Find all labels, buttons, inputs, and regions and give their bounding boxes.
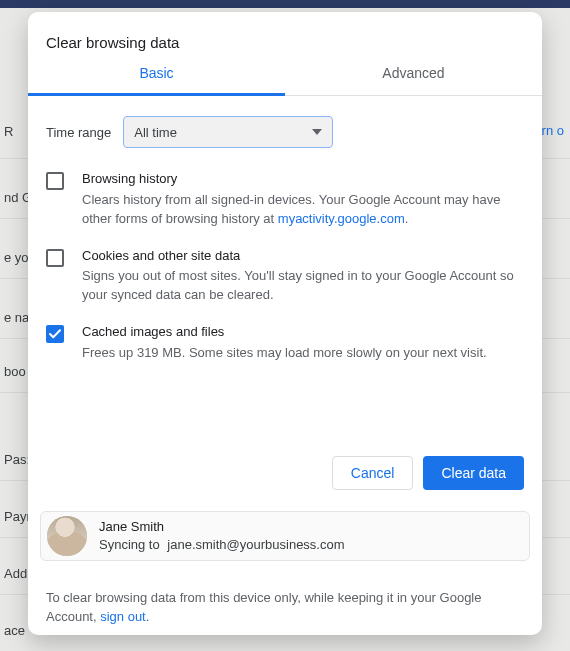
time-range-label: Time range xyxy=(46,125,111,140)
item-browsing-history: Browsing history Clears history from all… xyxy=(46,170,524,229)
checkbox-cache[interactable] xyxy=(46,325,64,343)
item-cache: Cached images and files Frees up 319 MB.… xyxy=(46,323,524,363)
myactivity-link[interactable]: myactivity.google.com xyxy=(278,211,405,226)
item-title: Browsing history xyxy=(82,170,524,189)
item-title: Cached images and files xyxy=(82,323,487,342)
checkbox-cookies[interactable] xyxy=(46,249,64,267)
checkbox-browsing-history[interactable] xyxy=(46,172,64,190)
tab-basic[interactable]: Basic xyxy=(28,65,285,96)
item-title: Cookies and other site data xyxy=(82,247,524,266)
cancel-button[interactable]: Cancel xyxy=(332,456,414,490)
profile-card: Jane Smith Syncing to jane.smith@yourbus… xyxy=(40,511,530,561)
profile-name: Jane Smith xyxy=(99,518,345,536)
chevron-down-icon xyxy=(312,129,322,135)
item-desc: Clears history from all signed-in device… xyxy=(82,192,500,226)
footer-note: To clear browsing data from this device … xyxy=(46,589,524,627)
profile-email: jane.smith@yourbusiness.com xyxy=(167,537,344,552)
item-cookies: Cookies and other site data Signs you ou… xyxy=(46,247,524,306)
time-range-value: All time xyxy=(134,125,177,140)
item-desc: Signs you out of most sites. You'll stay… xyxy=(82,268,514,302)
syncing-label: Syncing to xyxy=(99,537,160,552)
time-range-dropdown[interactable]: All time xyxy=(123,116,333,148)
check-icon xyxy=(49,329,61,339)
sign-out-link[interactable]: sign out xyxy=(100,609,146,624)
tab-advanced[interactable]: Advanced xyxy=(285,65,542,95)
clear-browsing-data-dialog: Clear browsing data Basic Advanced Time … xyxy=(28,12,542,635)
tabs: Basic Advanced xyxy=(28,65,542,96)
avatar xyxy=(47,516,87,556)
dialog-title: Clear browsing data xyxy=(46,34,542,51)
item-desc: Frees up 319 MB. Some sites may load mor… xyxy=(82,345,487,360)
clear-data-button[interactable]: Clear data xyxy=(423,456,524,490)
